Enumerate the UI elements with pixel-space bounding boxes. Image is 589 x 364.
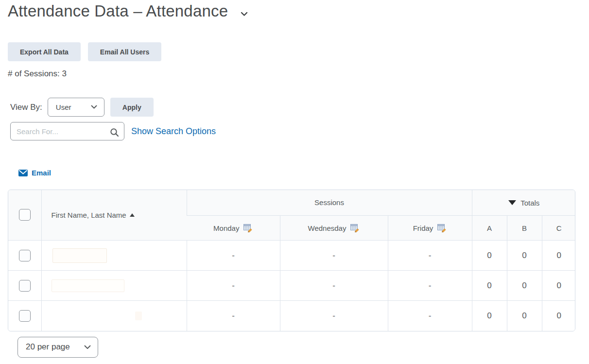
select-all-cell [8, 190, 41, 241]
total-value-cell: 0 [472, 241, 507, 271]
chevron-down-icon [91, 105, 97, 109]
email-all-users-button[interactable]: Email All Users [88, 42, 161, 61]
total-value-cell: 0 [472, 271, 507, 301]
total-value-cell: 0 [542, 271, 575, 301]
session-column-label: Wednesday [308, 224, 346, 232]
total-column-c: C [542, 216, 575, 241]
attendance-sheet-icon[interactable] [350, 224, 360, 232]
search-box [10, 122, 124, 140]
total-value-cell: 0 [507, 271, 542, 301]
row-checkbox[interactable] [19, 250, 31, 261]
totals-group-header: Totals [472, 190, 575, 216]
email-link[interactable]: Email [18, 169, 51, 177]
toolbar: Export All Data Email All Users [8, 42, 575, 61]
view-by-row: View By: User Apply [10, 98, 575, 117]
session-value-cell: - [388, 301, 472, 331]
total-column-a: A [472, 216, 507, 241]
total-value-cell: 0 [507, 301, 542, 331]
session-column-label: Monday [213, 224, 239, 232]
session-value-cell: - [187, 271, 280, 301]
per-page-select[interactable]: 20 per page [17, 337, 98, 358]
total-value-cell: 0 [542, 241, 575, 271]
session-value-cell: - [187, 301, 280, 331]
user-name-cell [41, 271, 187, 301]
email-row: Email [18, 169, 575, 178]
select-all-checkbox[interactable] [19, 209, 31, 221]
email-icon [18, 170, 28, 176]
attendance-sheet-icon[interactable] [243, 224, 253, 232]
redacted-name [52, 248, 107, 263]
name-column-header[interactable]: First Name, Last Name [41, 190, 187, 241]
attendance-data-page: Attendance Data – Attendance Export All … [0, 0, 583, 364]
redacted-name [52, 279, 124, 292]
export-all-data-button[interactable]: Export All Data [8, 42, 81, 61]
chevron-down-icon [84, 345, 91, 349]
search-row: Show Search Options [10, 122, 575, 140]
row-select-cell [8, 241, 41, 271]
row-checkbox[interactable] [19, 310, 31, 322]
sessions-count-label: # of Sessions: 3 [8, 69, 575, 79]
row-select-cell [8, 301, 41, 331]
attendance-sheet-icon[interactable] [437, 224, 447, 232]
page-title-dropdown-icon[interactable] [240, 11, 249, 17]
user-name-cell [41, 301, 187, 331]
view-by-label: View By: [10, 103, 42, 112]
session-column-wednesday: Wednesday [280, 216, 388, 241]
sessions-header-label: Sessions [314, 198, 344, 207]
row-select-cell [8, 271, 41, 301]
page-title: Attendance Data – Attendance [8, 2, 228, 20]
view-by-selected-value: User [56, 103, 71, 111]
pager-row: 20 per page [17, 337, 575, 358]
search-icon[interactable] [108, 126, 124, 137]
session-column-monday: Monday [187, 216, 280, 241]
row-checkbox[interactable] [19, 280, 31, 292]
table-row: - - - 0 0 0 [8, 241, 575, 271]
session-value-cell: - [280, 301, 388, 331]
view-by-select[interactable]: User [48, 98, 104, 117]
email-link-label: Email [32, 169, 51, 177]
show-search-options-link[interactable]: Show Search Options [131, 126, 216, 137]
total-value-cell: 0 [507, 241, 542, 271]
apply-button[interactable]: Apply [110, 98, 154, 117]
sort-ascending-icon [130, 213, 135, 217]
redacted-name [135, 312, 142, 320]
page-header: Attendance Data – Attendance [8, 2, 575, 20]
total-value-cell: 0 [472, 301, 507, 331]
session-value-cell: - [280, 241, 388, 271]
total-column-b: B [507, 216, 542, 241]
session-value-cell: - [388, 271, 472, 301]
search-input[interactable] [11, 127, 108, 136]
totals-collapse-icon[interactable] [508, 200, 516, 205]
session-value-cell: - [187, 241, 280, 271]
table-row: - - - 0 0 0 [8, 301, 575, 331]
attendance-table: First Name, Last Name Sessions Totals [8, 190, 575, 331]
total-value-cell: 0 [542, 301, 575, 331]
sessions-group-header: Sessions [187, 190, 472, 216]
session-value-cell: - [280, 271, 388, 301]
per-page-value: 20 per page [26, 342, 70, 352]
session-column-label: Friday [413, 224, 433, 232]
user-name-cell [41, 241, 187, 271]
totals-header-label: Totals [520, 199, 539, 207]
table-row: - - - 0 0 0 [8, 271, 575, 301]
session-column-friday: Friday [388, 216, 472, 241]
session-value-cell: - [388, 241, 472, 271]
name-header-label: First Name, Last Name [52, 211, 126, 219]
